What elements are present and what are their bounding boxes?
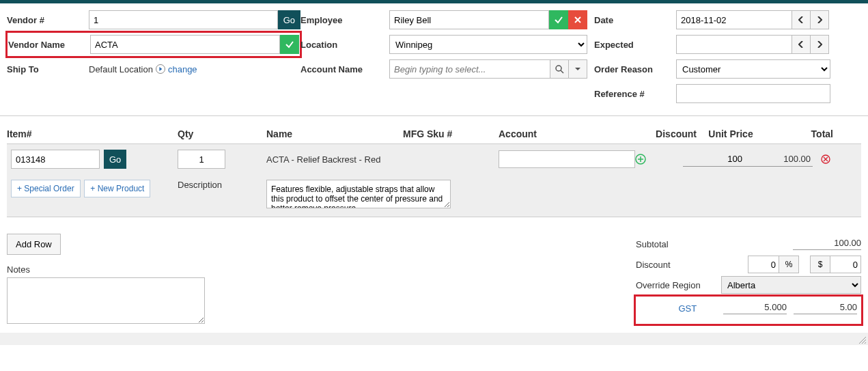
item-total-value: 100.00 — [744, 152, 813, 167]
tax-name-link[interactable]: GST — [659, 303, 716, 314]
expected-prev-button[interactable] — [792, 35, 811, 54]
vendor-name-label: Vendor Name — [8, 40, 90, 50]
item-row: Go ACTA - Relief Backrest - Red 100.00 — [7, 143, 861, 174]
unit-price-input[interactable] — [683, 152, 744, 167]
vendor-go-button[interactable]: Go — [278, 10, 300, 29]
notes-label: Notes — [7, 264, 225, 275]
reference-label: Reference # — [594, 89, 676, 99]
ship-to-value: Default Location — [89, 64, 153, 74]
override-region-label: Override Region — [636, 280, 714, 290]
check-icon — [554, 15, 563, 25]
vendor-name-input[interactable] — [90, 35, 280, 54]
discount-label: Discount — [636, 260, 711, 270]
vendor-name-confirm-button[interactable] — [280, 35, 299, 54]
caret-down-icon — [575, 66, 580, 72]
svg-point-0 — [556, 66, 561, 71]
tax-amount-value: 5.00 — [794, 302, 857, 314]
col-account: Account — [499, 128, 649, 139]
items-header-row: Item# Qty Name MFG Sku # Account Discoun… — [7, 128, 861, 143]
account-name-label: Account Name — [300, 64, 389, 74]
col-name: Name — [266, 128, 403, 139]
add-row-button[interactable]: Add Row — [7, 234, 61, 255]
date-prev-button[interactable] — [792, 10, 811, 29]
discount-pct-input[interactable] — [748, 256, 779, 273]
item-account-input[interactable] — [499, 150, 635, 168]
location-label: Location — [300, 40, 389, 50]
reference-input[interactable] — [676, 84, 830, 103]
date-input[interactable] — [676, 10, 792, 29]
tax-box: GST 5.000 5.00 — [636, 297, 861, 324]
date-label: Date — [594, 15, 676, 25]
employee-input[interactable] — [389, 10, 549, 29]
footer-band — [0, 333, 868, 345]
add-discount-button[interactable] — [635, 154, 676, 165]
subtotal-value: 100.00 — [793, 238, 861, 250]
chevron-left-icon — [798, 41, 804, 48]
employee-label: Employee — [300, 15, 389, 25]
col-unit-price: Unit Price — [697, 128, 765, 139]
play-icon — [156, 64, 165, 74]
discount-amt-input[interactable] — [830, 256, 861, 273]
svg-line-1 — [561, 70, 563, 73]
order-reason-label: Order Reason — [594, 64, 676, 74]
col-total: Total — [765, 128, 847, 139]
item-number-input[interactable] — [11, 150, 100, 169]
expected-input[interactable] — [676, 35, 792, 54]
ship-to-label: Ship To — [7, 64, 89, 74]
employee-clear-button[interactable] — [568, 10, 587, 29]
chevron-right-icon — [817, 41, 822, 48]
remove-row-button[interactable] — [821, 154, 830, 164]
chevron-left-icon — [798, 16, 804, 23]
col-qty: Qty — [178, 128, 266, 139]
plus-circle-icon — [635, 154, 646, 165]
account-dropdown-button[interactable] — [568, 59, 587, 79]
search-icon — [555, 65, 564, 74]
account-search-button[interactable] — [550, 59, 569, 79]
description-textarea[interactable] — [266, 180, 451, 208]
override-region-select[interactable]: Alberta — [721, 276, 861, 294]
x-circle-icon — [821, 154, 830, 164]
description-label: Description — [178, 180, 266, 208]
date-next-button[interactable] — [810, 10, 829, 29]
special-order-button[interactable]: + Special Order — [11, 180, 81, 197]
chevron-right-icon — [817, 16, 822, 23]
vendor-num-input[interactable] — [89, 10, 278, 29]
notes-textarea[interactable] — [7, 277, 205, 324]
header-form: Vendor # Go Vendor Name Ship To Default … — [0, 3, 868, 116]
expected-label: Expected — [594, 40, 676, 50]
col-discount: Discount — [649, 128, 697, 139]
employee-confirm-button[interactable] — [549, 10, 568, 29]
new-product-button[interactable]: + New Product — [84, 180, 150, 197]
svg-line-6 — [865, 342, 866, 344]
resize-handle-icon[interactable] — [857, 335, 867, 344]
order-reason-select[interactable]: Customer — [676, 59, 830, 79]
pct-button[interactable]: % — [779, 256, 799, 273]
col-mfg: MFG Sku # — [403, 128, 499, 139]
dollar-button[interactable]: $ — [810, 256, 830, 273]
account-name-input[interactable] — [389, 59, 550, 79]
expected-next-button[interactable] — [810, 35, 829, 54]
vendor-num-label: Vendor # — [7, 15, 89, 25]
item-go-button[interactable]: Go — [104, 150, 126, 169]
description-row: + Special Order + New Product Descriptio… — [7, 174, 861, 217]
qty-input[interactable] — [178, 150, 225, 169]
x-icon — [574, 16, 582, 24]
tax-rate-value: 5.000 — [723, 302, 787, 314]
subtotal-label: Subtotal — [636, 239, 711, 249]
col-item: Item# — [7, 128, 178, 139]
ship-to-change-link[interactable]: change — [168, 64, 197, 74]
check-icon — [285, 40, 294, 49]
item-name-cell: ACTA - Relief Backrest - Red — [266, 154, 499, 165]
location-select[interactable]: Winnipeg — [389, 35, 587, 54]
